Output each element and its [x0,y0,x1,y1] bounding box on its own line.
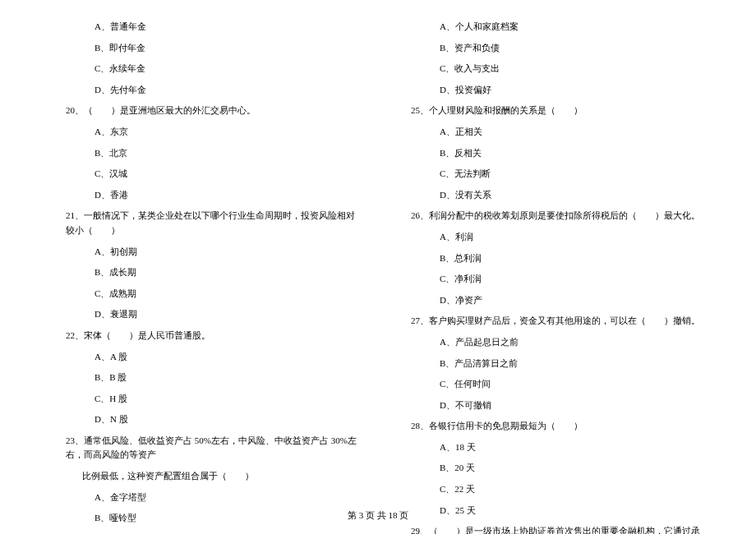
option-item: C、收入与支出 [394,58,707,80]
option-item: D、N 股 [49,409,362,430]
option-item: C、汉城 [49,163,362,185]
question-21: 21、一般情况下，某类企业处在以下哪个行业生命周期时，投资风险相对较小（ ） [49,205,362,241]
option-item: A、正相关 [394,122,707,143]
option-item: D、香港 [49,185,362,206]
question-29: 29、（ ）是一级市场上协助证券首次售出的重要金融机构，它通过承销证券，确保证券… [394,521,707,534]
question-25: 25、个人理财风险和报酬的关系是（ ） [394,100,707,122]
option-item: D、不可撤销 [394,395,707,417]
question-23-cont: 比例最低，这种资产配置组合属于（ ） [49,466,362,487]
option-item: B、反相关 [394,143,707,164]
option-item: B、资产和负债 [394,38,707,59]
option-item: C、22 天 [394,479,707,500]
page-content: A、普通年金 B、即付年金 C、永续年金 D、先付年金 20、（ ）是亚洲地区最… [0,0,756,534]
option-item: B、成长期 [49,262,362,283]
question-20: 20、（ ）是亚洲地区最大的外汇交易中心。 [49,100,362,122]
option-item: C、成熟期 [49,283,362,305]
option-item: B、总利润 [394,248,707,269]
page-footer: 第 3 页 共 18 页 [0,509,756,522]
option-item: D、净资产 [394,290,707,311]
option-item: C、任何时间 [394,374,707,395]
question-28: 28、各银行信用卡的免息期最短为（ ） [394,416,707,437]
option-item: A、A 股 [49,347,362,368]
question-26: 26、利润分配中的税收筹划原则是要使扣除所得税后的（ ）最大化。 [394,205,707,227]
option-item: D、投资偏好 [394,80,707,101]
option-item: D、衰退期 [49,304,362,325]
option-item: B、B 股 [49,367,362,389]
question-27: 27、客户购买理财产品后，资金又有其他用途的，可以在（ ）撤销。 [394,311,707,332]
option-item: A、产品起息日之前 [394,332,707,353]
option-item: C、纺锤型 [49,529,362,534]
question-22: 22、宋体（ ）是人民币普通股。 [49,325,362,347]
option-item: A、个人和家庭档案 [394,16,707,38]
option-item: C、H 股 [49,389,362,410]
option-item: A、初创期 [49,242,362,263]
option-item: D、没有关系 [394,185,707,206]
option-item: B、20 天 [394,458,707,479]
option-item: A、利润 [394,227,707,248]
option-item: C、无法判断 [394,163,707,185]
option-item: B、北京 [49,143,362,164]
option-item: C、永续年金 [49,58,362,80]
left-column: A、普通年金 B、即付年金 C、永续年金 D、先付年金 20、（ ）是亚洲地区最… [41,16,378,534]
question-23: 23、通常低风险、低收益资产占 50%左右，中风险、中收益资产占 30%左右，而… [49,430,362,466]
option-item: B、产品清算日之前 [394,353,707,375]
right-column: A、个人和家庭档案 B、资产和负债 C、收入与支出 D、投资偏好 25、个人理财… [378,16,715,534]
option-item: B、即付年金 [49,38,362,59]
option-item: D、先付年金 [49,80,362,101]
option-item: A、18 天 [394,437,707,458]
option-item: A、东京 [49,122,362,143]
option-item: C、净利润 [394,269,707,290]
option-item: A、金字塔型 [49,487,362,509]
option-item: A、普通年金 [49,16,362,38]
